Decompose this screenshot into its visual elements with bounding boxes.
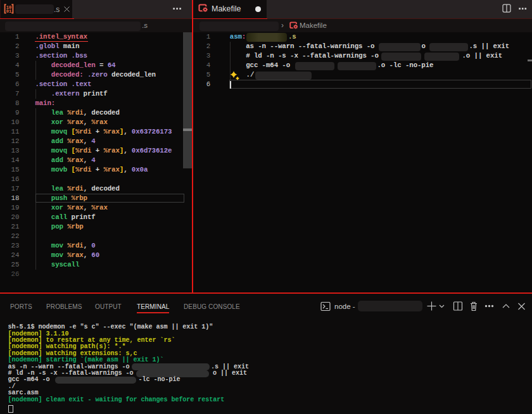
svg-text:01: 01 (6, 9, 11, 14)
